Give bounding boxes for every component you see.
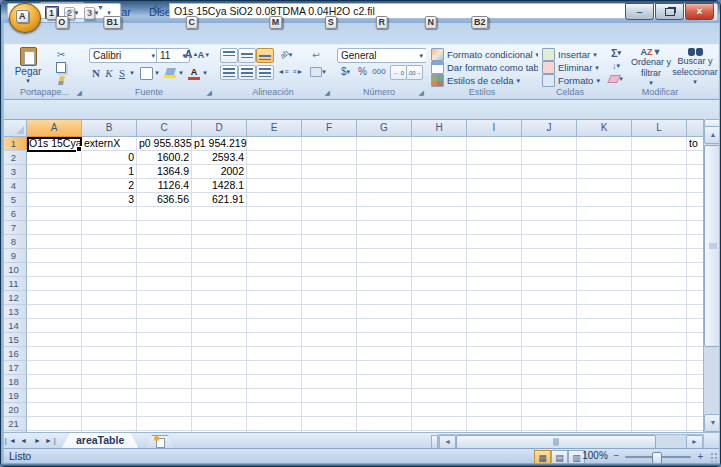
row-header-9[interactable]: 9 — [1, 249, 27, 263]
tab-split-handle[interactable] — [431, 435, 438, 449]
clipboard-dialog-launcher[interactable]: ◢ — [77, 89, 82, 97]
cell-D4[interactable]: 1428.1 — [192, 179, 247, 192]
column-header-B[interactable]: B — [82, 120, 137, 137]
cell-D3[interactable]: 2002 — [192, 165, 247, 178]
column-header-H[interactable]: H — [412, 120, 467, 137]
row-header-14[interactable]: 14 — [1, 319, 27, 333]
italic-button[interactable]: K — [103, 66, 115, 80]
row-header-7[interactable]: 7 — [1, 221, 27, 235]
underline-dropdown[interactable]: ▾ — [128, 68, 136, 78]
row-header-19[interactable]: 19 — [1, 389, 27, 403]
sort-filter-button[interactable]: AZ▼ Ordenar y filtrar ▾ — [630, 47, 672, 87]
column-header-C[interactable]: C — [137, 120, 192, 137]
row-header-4[interactable]: 4 — [1, 179, 27, 193]
zoom-out-button[interactable]: − — [611, 451, 622, 462]
restore-button[interactable] — [655, 3, 684, 20]
decrease-font-button[interactable]: A▼ — [198, 48, 210, 61]
cell-B3[interactable]: 1 — [82, 165, 137, 178]
select-all-button[interactable] — [1, 120, 27, 137]
cell-C1[interactable]: p0 955.835 — [137, 137, 192, 150]
scroll-left-button[interactable]: ◄ — [439, 435, 456, 449]
font-color-dropdown[interactable]: ▾ — [201, 68, 209, 78]
align-middle-button[interactable] — [238, 48, 256, 63]
cell-B4[interactable]: 2 — [82, 179, 137, 192]
column-header-L[interactable]: L — [632, 120, 687, 137]
cell-B1[interactable]: externX — [82, 137, 137, 150]
cell-C4[interactable]: 1126.4 — [137, 179, 192, 192]
row-header-5[interactable]: 5 — [1, 193, 27, 207]
cell-C2[interactable]: 1600.2 — [137, 151, 192, 164]
row-header-20[interactable]: 20 — [1, 403, 27, 417]
zoom-level[interactable]: 100% — [582, 450, 608, 461]
row-header-18[interactable]: 18 — [1, 375, 27, 389]
row-header-12[interactable]: 12 — [1, 291, 27, 305]
clear-button[interactable]: ▾ — [606, 73, 626, 85]
fill-button[interactable]: ↓▾ — [606, 60, 626, 72]
horizontal-scroll-thumb[interactable] — [456, 435, 656, 449]
align-right-button[interactable] — [256, 65, 274, 80]
cell-D1[interactable]: p1 954.219 — [192, 137, 247, 150]
cut-button[interactable]: ✂ — [53, 48, 69, 60]
previous-sheet-button[interactable]: ◄ — [17, 434, 30, 447]
row-header-3[interactable]: 3 — [1, 165, 27, 179]
orientation-button[interactable]: ab▾ — [276, 48, 296, 61]
alignment-dialog-launcher[interactable]: ◢ — [325, 89, 330, 97]
comma-style-button[interactable]: 000 — [370, 65, 388, 78]
align-left-button[interactable] — [220, 65, 238, 80]
cell-B2[interactable]: 0 — [82, 151, 137, 164]
row-header-2[interactable]: 2 — [1, 151, 27, 165]
active-cell-outline[interactable] — [27, 137, 82, 152]
column-header-M[interactable]: M — [687, 120, 703, 137]
column-header-K[interactable]: K — [577, 120, 632, 137]
sheet-tab-areatable[interactable]: areaTable — [61, 433, 139, 449]
cell-C5[interactable]: 636.56 — [137, 193, 192, 206]
merge-center-button[interactable]: ▾ — [308, 65, 328, 78]
bold-button[interactable]: N — [90, 66, 102, 80]
format-painter-button[interactable] — [53, 74, 69, 86]
row-header-11[interactable]: 11 — [1, 277, 27, 291]
borders-button[interactable] — [139, 66, 153, 80]
copy-button[interactable] — [53, 61, 69, 73]
minimize-button[interactable]: – — [625, 3, 654, 20]
paste-button[interactable]: Pegar ▾ — [11, 47, 45, 85]
column-header-D[interactable]: D — [192, 120, 247, 137]
row-header-17[interactable]: 17 — [1, 361, 27, 375]
increase-font-button[interactable]: A▲ — [185, 47, 198, 61]
row-header-1[interactable]: 1 — [1, 137, 28, 151]
align-top-button[interactable] — [220, 48, 238, 63]
find-select-button[interactable]: Buscar y seleccionar ▾ — [674, 47, 716, 87]
column-header-A[interactable]: A — [27, 120, 82, 138]
column-header-F[interactable]: F — [302, 120, 357, 137]
column-header-G[interactable]: G — [357, 120, 412, 137]
first-sheet-button[interactable]: ❘◄ — [3, 434, 16, 447]
cell-D2[interactable]: 2593.4 — [192, 151, 247, 164]
close-button[interactable]: × — [685, 3, 714, 20]
percent-button[interactable]: % — [356, 65, 369, 78]
underline-button[interactable]: S — [116, 66, 128, 80]
row-header-13[interactable]: 13 — [1, 305, 27, 319]
font-dialog-launcher[interactable]: ◢ — [207, 89, 212, 97]
column-header-E[interactable]: E — [247, 120, 302, 137]
decrease-indent-button[interactable]: ◄≡ — [276, 65, 290, 78]
borders-dropdown[interactable]: ▾ — [153, 68, 161, 78]
autosum-button[interactable]: Σ▾ — [606, 47, 626, 59]
row-header-10[interactable]: 10 — [1, 263, 27, 277]
redo-button[interactable]: ↷▾ 3 — [83, 5, 100, 21]
decrease-decimal-button[interactable]: .00→ — [406, 65, 423, 80]
column-header-J[interactable]: J — [522, 120, 577, 137]
cell-C3[interactable]: 1364.9 — [137, 165, 192, 178]
insert-cells-button[interactable]: Insertar ▾ — [542, 48, 597, 61]
number-format-combo[interactable]: General▾ — [337, 48, 427, 63]
fill-color-button[interactable] — [163, 66, 177, 80]
cell-D5[interactable]: 621.91 — [192, 193, 247, 206]
column-header-I[interactable]: I — [467, 120, 522, 137]
format-cells-button[interactable]: Formato ▾ — [542, 74, 600, 87]
scroll-right-button[interactable]: ► — [686, 435, 703, 449]
increase-indent-button[interactable]: ≡► — [291, 65, 305, 78]
cell-M1[interactable]: to — [687, 137, 703, 150]
last-sheet-button[interactable]: ►❘ — [45, 434, 58, 447]
increase-decimal-button[interactable]: ←.0 — [390, 65, 407, 80]
currency-button[interactable]: $▾ — [337, 65, 354, 78]
next-sheet-button[interactable]: ► — [31, 434, 44, 447]
delete-cells-button[interactable]: Eliminar ▾ — [542, 61, 599, 74]
